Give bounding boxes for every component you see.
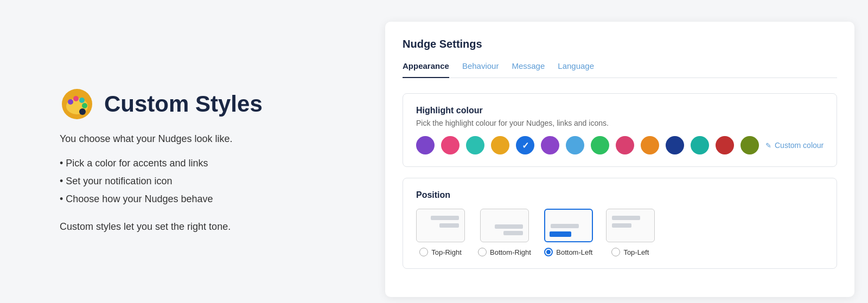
colour-green[interactable] <box>591 136 609 154</box>
tab-language[interactable]: Language <box>558 61 594 78</box>
colour-pink[interactable] <box>441 136 459 154</box>
radio-circle-top-right <box>419 248 428 256</box>
panel-title: Nudge Settings <box>403 38 837 50</box>
bullet-item-3: Choose how your Nudges behave <box>60 190 342 208</box>
main-container: Custom Styles You choose what your Nudge… <box>27 0 841 303</box>
mini-bar-tr-1 <box>431 216 459 220</box>
colour-purple[interactable] <box>416 136 435 154</box>
position-option-bottom-right[interactable]: Bottom-Right <box>478 209 531 256</box>
colour-blue-selected[interactable] <box>516 136 534 154</box>
colour-light-blue[interactable] <box>566 136 584 154</box>
left-panel: Custom Styles You choose what your Nudge… <box>60 87 342 233</box>
radio-label-bottom-left: Bottom-Left <box>544 248 592 256</box>
custom-colour-label: Custom colour <box>775 141 824 150</box>
custom-colour-link[interactable]: ✎ Custom colour <box>765 141 824 150</box>
mini-bar-br-1 <box>495 224 523 229</box>
mini-indicator-bl <box>550 231 571 237</box>
highlight-colour-section: Highlight colour Pick the highlight colo… <box>403 93 837 167</box>
highlight-section-desc: Pick the highlight colour for your Nudge… <box>416 119 824 127</box>
page-title: Custom Styles <box>104 91 263 117</box>
radio-circle-top-left <box>611 248 620 256</box>
svg-point-5 <box>82 103 87 108</box>
position-label-bottom-left: Bottom-Left <box>556 248 592 256</box>
tab-appearance[interactable]: Appearance <box>403 61 449 78</box>
colour-yellow[interactable] <box>491 136 509 154</box>
mini-bar-bl-1 <box>551 224 579 228</box>
radio-label-bottom-right: Bottom-Right <box>478 248 531 256</box>
footer-text: Custom styles let you set the right tone… <box>60 221 342 233</box>
position-option-top-left[interactable]: Top-Left <box>606 209 655 256</box>
radio-label-top-left: Top-Left <box>611 248 649 256</box>
svg-point-2 <box>68 99 73 105</box>
bullet-list: Pick a color for accents and links Set y… <box>60 154 342 208</box>
bullet-item-1: Pick a color for accents and links <box>60 154 342 172</box>
position-option-bottom-left[interactable]: Bottom-Left <box>544 209 593 256</box>
radio-circle-bottom-right <box>478 248 487 256</box>
position-label-top-left: Top-Left <box>623 248 649 256</box>
position-option-top-right[interactable]: Top-Right <box>416 209 465 256</box>
colour-cyan[interactable] <box>691 136 709 154</box>
radio-label-top-right: Top-Right <box>419 248 462 256</box>
svg-point-3 <box>73 96 79 101</box>
colour-violet[interactable] <box>541 136 559 154</box>
position-box-bottom-right <box>480 209 529 242</box>
position-label-top-right: Top-Right <box>431 248 462 256</box>
palette-icon <box>60 87 94 121</box>
bullet-item-2: Set your notification icon <box>60 172 342 190</box>
tab-behaviour[interactable]: Behaviour <box>462 61 499 78</box>
mini-bar-br-2 <box>503 231 523 235</box>
colour-row: ✎ Custom colour <box>416 136 824 154</box>
radio-circle-bottom-left <box>544 248 553 256</box>
position-section: Position Top-Right <box>403 178 837 269</box>
position-section-title: Position <box>416 190 824 200</box>
edit-icon: ✎ <box>765 141 771 150</box>
mini-bar-tl-2 <box>612 223 631 228</box>
colour-navy[interactable] <box>666 136 684 154</box>
right-panel: Nudge Settings Appearance Behaviour Mess… <box>385 22 854 297</box>
colour-olive[interactable] <box>741 136 759 154</box>
position-row: Top-Right Bottom-Right <box>416 209 824 256</box>
position-box-top-left <box>606 209 655 242</box>
position-label-bottom-right: Bottom-Right <box>490 248 531 256</box>
position-box-top-right <box>416 209 465 242</box>
tab-message[interactable]: Message <box>512 61 545 78</box>
colour-red[interactable] <box>716 136 734 154</box>
colour-teal[interactable] <box>466 136 484 154</box>
svg-point-4 <box>79 98 85 103</box>
title-row: Custom Styles <box>60 87 342 121</box>
colour-crimson[interactable] <box>616 136 634 154</box>
colour-orange[interactable] <box>641 136 659 154</box>
tabs-container: Appearance Behaviour Message Language <box>403 61 837 78</box>
subtitle-text: You choose what your Nudges look like. <box>60 133 342 145</box>
svg-point-6 <box>79 108 86 115</box>
position-box-bottom-left <box>544 209 593 242</box>
mini-bar-tl-1 <box>612 216 640 220</box>
mini-bar-tr-2 <box>439 223 459 228</box>
highlight-section-title: Highlight colour <box>416 106 824 115</box>
